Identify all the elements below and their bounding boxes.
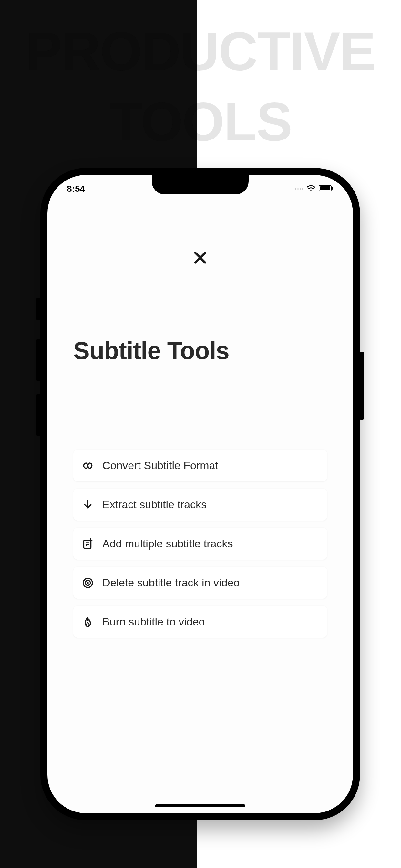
tool-label: Add multiple subtitle tracks	[102, 537, 233, 550]
cellular-icon	[295, 188, 303, 190]
close-button[interactable]	[192, 249, 209, 268]
phone-screen: 8:54	[48, 175, 353, 813]
status-time: 8:54	[67, 184, 85, 194]
add-document-icon	[82, 538, 94, 550]
tool-list: Convert Subtitle Format Extract subtitle…	[73, 450, 327, 638]
phone-frame: 8:54	[40, 168, 360, 820]
tool-add-multiple-subtitle-tracks[interactable]: Add multiple subtitle tracks	[73, 528, 327, 560]
hero-line-1: PRODUCTIVE	[0, 16, 401, 87]
svg-rect-2	[332, 187, 333, 190]
phone-power-button	[359, 352, 364, 420]
status-indicators	[295, 185, 334, 193]
fire-icon	[82, 616, 94, 628]
tool-label: Extract subtitle tracks	[102, 498, 207, 511]
battery-icon	[319, 185, 334, 193]
phone-notch	[152, 175, 249, 194]
download-icon	[82, 499, 94, 511]
tool-convert-subtitle-format[interactable]: Convert Subtitle Format	[73, 450, 327, 482]
tool-delete-subtitle-track[interactable]: Delete subtitle track in video	[73, 567, 327, 599]
wifi-icon	[306, 185, 315, 193]
page-title: Subtitle Tools	[73, 337, 229, 365]
svg-point-6	[87, 582, 89, 584]
tool-label: Delete subtitle track in video	[102, 577, 240, 589]
tool-label: Convert Subtitle Format	[102, 459, 218, 472]
hero-title: PRODUCTIVE TOOLS	[0, 16, 401, 157]
close-icon	[192, 261, 209, 267]
home-indicator[interactable]	[155, 804, 245, 807]
hero-line-2: TOOLS	[0, 87, 401, 157]
tool-label: Burn subtitle to video	[102, 616, 205, 628]
tool-burn-subtitle-to-video[interactable]: Burn subtitle to video	[73, 606, 327, 638]
tool-extract-subtitle-tracks[interactable]: Extract subtitle tracks	[73, 489, 327, 521]
target-icon	[82, 577, 94, 589]
infinity-icon	[82, 460, 94, 472]
svg-rect-1	[320, 186, 330, 190]
